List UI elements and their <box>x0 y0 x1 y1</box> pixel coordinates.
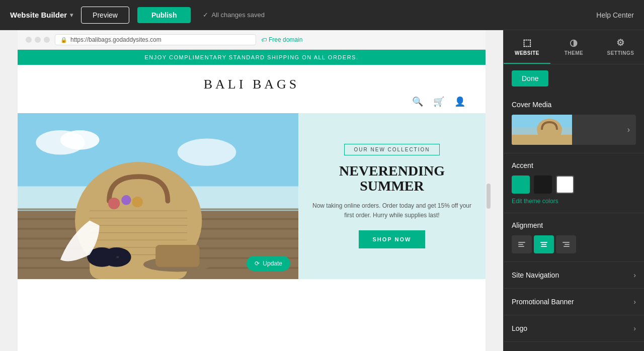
site-nav-icons: 🔍 🛒 👤 <box>412 96 465 107</box>
cover-media-chevron-icon: › <box>621 125 636 134</box>
preview-button[interactable]: Preview <box>81 7 129 24</box>
svg-rect-26 <box>155 245 199 267</box>
svg-rect-34 <box>518 242 525 243</box>
swatch-white[interactable] <box>556 176 574 194</box>
svg-rect-29 <box>117 256 119 258</box>
svg-point-23 <box>121 195 131 205</box>
tag-icon: 🏷 <box>261 37 267 43</box>
svg-rect-39 <box>541 246 547 247</box>
logo-chevron-icon: › <box>633 324 636 332</box>
swatch-dark[interactable] <box>534 176 552 194</box>
svg-rect-40 <box>562 242 570 243</box>
site-navigation-title: Site Navigation <box>512 271 559 279</box>
hero-content: OUR NEW COLLECTION NEVERENDING SUMMER No… <box>298 113 486 279</box>
scroll-handle[interactable] <box>487 184 491 209</box>
brand-label: Website Builder <box>10 11 67 19</box>
dot-green <box>44 37 50 43</box>
brand-chevron-icon: ▾ <box>70 12 73 19</box>
saved-text: All changes saved <box>211 11 265 19</box>
cover-media-label: Cover Media <box>512 101 636 109</box>
svg-rect-35 <box>518 244 523 245</box>
hero-description: Now taking online orders. Order today an… <box>310 201 473 220</box>
site-header: BALI BAGS 🔍 🛒 👤 <box>18 65 486 113</box>
publish-button[interactable]: Publish <box>137 7 191 23</box>
svg-rect-41 <box>565 244 570 245</box>
action-button-section: Action Button › <box>504 342 644 351</box>
free-domain-link[interactable]: 🏷 Free domain <box>261 36 302 43</box>
hero-title-line2: SUMMER <box>360 178 424 194</box>
hero-bag <box>18 113 298 279</box>
collection-tag: OUR NEW COLLECTION <box>344 144 439 155</box>
site-navigation-section: Site Navigation › <box>504 262 644 289</box>
swatch-teal[interactable] <box>512 176 530 194</box>
cart-icon[interactable]: 🛒 <box>433 96 444 107</box>
tab-theme-label: THEME <box>565 50 584 56</box>
brand-button[interactable]: Website Builder ▾ <box>10 11 73 19</box>
site-navigation-chevron-icon: › <box>633 271 636 279</box>
promotional-banner-section: Promotional Banner › <box>504 289 644 315</box>
action-button-header[interactable]: Action Button › <box>504 342 644 351</box>
logo-title: Logo <box>512 324 527 332</box>
update-label: Update <box>263 260 282 267</box>
accent-section: Accent Edit theme colors <box>504 153 644 213</box>
align-right-button[interactable] <box>556 235 576 253</box>
nav-items: Site Navigation › Promotional Banner › L… <box>504 262 644 351</box>
svg-rect-42 <box>564 246 570 247</box>
browser-frame: 🔒 https://balibags.godaddysites.com 🏷 Fr… <box>18 30 486 351</box>
accent-colors <box>512 176 636 194</box>
logo-header[interactable]: Logo › <box>504 315 644 341</box>
cover-media-preview[interactable]: › <box>512 115 636 145</box>
dot-red <box>26 37 32 43</box>
lock-icon: 🔒 <box>60 37 67 43</box>
tab-website[interactable]: ⬚ WEBSITE <box>504 30 550 64</box>
right-panel: ⬚ WEBSITE ◑ THEME ⚙ SETTINGS Done Cover … <box>503 30 644 351</box>
dot-yellow <box>35 37 41 43</box>
search-icon[interactable]: 🔍 <box>412 96 423 107</box>
theme-icon: ◑ <box>570 37 578 48</box>
promotional-banner-chevron-icon: › <box>633 298 636 306</box>
website-icon: ⬚ <box>523 37 532 48</box>
main-layout: 🔒 https://balibags.godaddysites.com 🏷 Fr… <box>0 30 644 351</box>
logo-section: Logo › <box>504 315 644 342</box>
hero-image: ⟳ Update <box>18 113 298 279</box>
accent-label: Accent <box>512 161 636 169</box>
cover-media-section: Cover Media › <box>504 93 644 153</box>
update-button[interactable]: ⟳ Update <box>247 256 290 271</box>
saved-status: ✓ All changes saved <box>203 11 265 19</box>
url-text: https://balibags.godaddysites.com <box>70 36 162 43</box>
edit-colors-link[interactable]: Edit theme colors <box>512 198 636 205</box>
tab-theme[interactable]: ◑ THEME <box>550 30 597 64</box>
account-icon[interactable]: 👤 <box>454 96 465 107</box>
hero-title: NEVERENDING SUMMER <box>339 163 445 195</box>
alignment-options <box>512 235 636 253</box>
check-icon: ✓ <box>203 11 208 19</box>
tab-website-label: WEBSITE <box>515 50 539 56</box>
alignment-section: Alignment <box>504 213 644 262</box>
hero-title-line1: NEVERENDING <box>339 163 445 179</box>
cover-media-image <box>512 115 572 145</box>
promotional-banner-title: Promotional Banner <box>512 298 574 306</box>
promo-bar: ENJOY COMPLIMENTARY STANDARD SHIPPING ON… <box>18 50 486 65</box>
align-center-button[interactable] <box>534 235 554 253</box>
browser-dots <box>26 37 50 43</box>
free-domain-label: Free domain <box>269 36 302 43</box>
topbar: Website Builder ▾ Preview Publish ✓ All … <box>0 0 644 30</box>
done-button[interactable]: Done <box>512 70 548 86</box>
help-center-link[interactable]: Help Center <box>596 11 634 19</box>
browser-bar: 🔒 https://balibags.godaddysites.com 🏷 Fr… <box>18 30 486 50</box>
panel-tabs: ⬚ WEBSITE ◑ THEME ⚙ SETTINGS <box>504 30 644 64</box>
site-navigation-header[interactable]: Site Navigation › <box>504 262 644 288</box>
align-left-button[interactable] <box>512 235 532 253</box>
svg-point-4 <box>60 130 100 150</box>
svg-point-5 <box>178 138 236 165</box>
svg-point-24 <box>132 197 143 207</box>
svg-rect-37 <box>540 242 547 243</box>
svg-rect-38 <box>541 244 546 245</box>
shop-now-button[interactable]: SHOP NOW <box>359 230 426 248</box>
promotional-banner-header[interactable]: Promotional Banner › <box>504 289 644 315</box>
tab-settings[interactable]: ⚙ SETTINGS <box>597 30 644 64</box>
update-icon: ⟳ <box>255 260 260 267</box>
browser-url-bar[interactable]: 🔒 https://balibags.godaddysites.com <box>55 34 256 45</box>
done-section: Done <box>504 64 644 93</box>
settings-icon: ⚙ <box>616 37 625 48</box>
